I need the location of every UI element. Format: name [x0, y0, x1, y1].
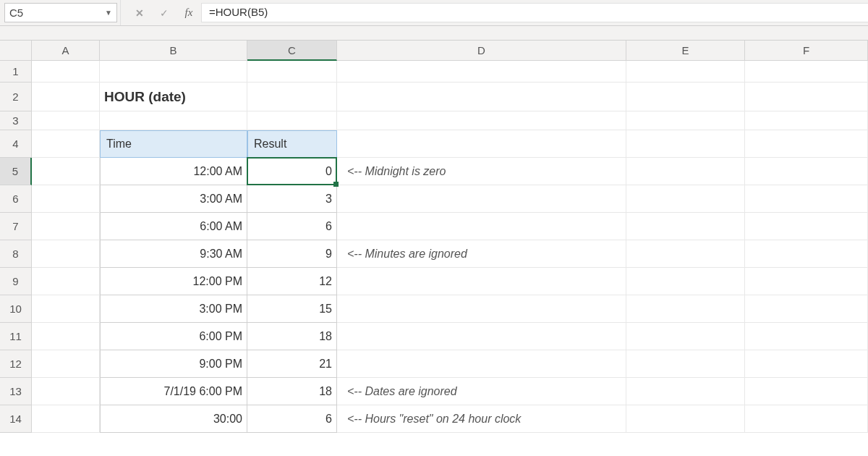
cell-E6[interactable] — [626, 185, 745, 213]
row-header-7[interactable]: 7 — [0, 213, 32, 240]
cell-time[interactable]: 3:00 PM — [100, 295, 247, 323]
cell-C1[interactable] — [247, 61, 337, 83]
cell-A4[interactable] — [32, 130, 100, 158]
cell-result[interactable]: 0 — [247, 158, 337, 185]
cell-time[interactable]: 9:30 AM — [100, 240, 247, 268]
cell-note[interactable]: <-- Midnight is zero — [337, 158, 626, 185]
cell-F14[interactable] — [745, 405, 868, 433]
cell-E14[interactable] — [626, 405, 745, 433]
dropdown-icon[interactable]: ▼ — [105, 9, 112, 17]
cell-result[interactable]: 6 — [247, 213, 337, 240]
cell-E1[interactable] — [626, 61, 745, 83]
cell-A8[interactable] — [32, 240, 100, 268]
cell-time[interactable]: 30:00 — [100, 405, 247, 433]
cell-note[interactable] — [337, 350, 626, 378]
cell-E10[interactable] — [626, 295, 745, 323]
cell-result[interactable]: 9 — [247, 240, 337, 268]
row-header-14[interactable]: 14 — [0, 405, 32, 433]
row-header-12[interactable]: 12 — [0, 350, 32, 378]
worksheet[interactable]: ABCDEF12HOUR (date)34TimeResult512:00 AM… — [0, 41, 868, 433]
cell-note[interactable] — [337, 323, 626, 350]
cell-F11[interactable] — [745, 323, 868, 350]
cell-time[interactable]: 12:00 PM — [100, 268, 247, 295]
col-header-E[interactable]: E — [626, 41, 745, 61]
row-header-8[interactable]: 8 — [0, 240, 32, 268]
row-header-2[interactable]: 2 — [0, 83, 32, 111]
header-result[interactable]: Result — [247, 130, 337, 158]
row-header-10[interactable]: 10 — [0, 295, 32, 323]
col-header-B[interactable]: B — [100, 41, 247, 61]
formula-input[interactable]: =HOUR(B5) — [201, 3, 868, 22]
cell-F1[interactable] — [745, 61, 868, 83]
cell-note[interactable]: <-- Hours "reset" on 24 hour clock — [337, 405, 626, 433]
cell-C3[interactable] — [247, 111, 337, 130]
row-header-6[interactable]: 6 — [0, 185, 32, 213]
cell-F10[interactable] — [745, 295, 868, 323]
cell-time[interactable]: 9:00 PM — [100, 350, 247, 378]
page-title[interactable]: HOUR (date) — [100, 83, 247, 111]
cell-E5[interactable] — [626, 158, 745, 185]
cell-F4[interactable] — [745, 130, 868, 158]
name-box[interactable]: C5 ▼ — [4, 3, 117, 22]
cell-F13[interactable] — [745, 378, 868, 405]
cell-D4[interactable] — [337, 130, 626, 158]
cell-F8[interactable] — [745, 240, 868, 268]
cell-A1[interactable] — [32, 61, 100, 83]
cell-time[interactable]: 6:00 PM — [100, 323, 247, 350]
cell-E13[interactable] — [626, 378, 745, 405]
cell-A13[interactable] — [32, 378, 100, 405]
cell-result[interactable]: 12 — [247, 268, 337, 295]
cell-A5[interactable] — [32, 158, 100, 185]
cell-F6[interactable] — [745, 185, 868, 213]
cell-A9[interactable] — [32, 268, 100, 295]
cell-A10[interactable] — [32, 295, 100, 323]
cell-A2[interactable] — [32, 83, 100, 111]
cell-result[interactable]: 18 — [247, 323, 337, 350]
col-header-A[interactable]: A — [32, 41, 100, 61]
cell-result[interactable]: 3 — [247, 185, 337, 213]
cell-time[interactable]: 7/1/19 6:00 PM — [100, 378, 247, 405]
cell-E8[interactable] — [626, 240, 745, 268]
row-header-1[interactable]: 1 — [0, 61, 32, 83]
cell-A12[interactable] — [32, 350, 100, 378]
cell-D1[interactable] — [337, 61, 626, 83]
cell-A6[interactable] — [32, 185, 100, 213]
header-time[interactable]: Time — [100, 130, 247, 158]
cell-E4[interactable] — [626, 130, 745, 158]
cell-time[interactable]: 3:00 AM — [100, 185, 247, 213]
cell-D3[interactable] — [337, 111, 626, 130]
cell-E2[interactable] — [626, 83, 745, 111]
cell-result[interactable]: 21 — [247, 350, 337, 378]
cell-F9[interactable] — [745, 268, 868, 295]
cell-result[interactable]: 18 — [247, 378, 337, 405]
cell-E7[interactable] — [626, 213, 745, 240]
select-all-corner[interactable] — [0, 41, 32, 61]
col-header-F[interactable]: F — [745, 41, 868, 61]
enter-button[interactable]: ✓ — [152, 0, 176, 25]
col-header-D[interactable]: D — [337, 41, 626, 61]
row-header-11[interactable]: 11 — [0, 323, 32, 350]
cancel-button[interactable]: ✕ — [127, 0, 152, 25]
cell-E3[interactable] — [626, 111, 745, 130]
cell-D2[interactable] — [337, 83, 626, 111]
cell-A14[interactable] — [32, 405, 100, 433]
cell-note[interactable] — [337, 213, 626, 240]
cell-F7[interactable] — [745, 213, 868, 240]
row-header-5[interactable]: 5 — [0, 158, 32, 185]
cell-result[interactable]: 15 — [247, 295, 337, 323]
cell-A11[interactable] — [32, 323, 100, 350]
row-header-3[interactable]: 3 — [0, 111, 32, 130]
cell-time[interactable]: 12:00 AM — [100, 158, 247, 185]
cell-F2[interactable] — [745, 83, 868, 111]
cell-B3[interactable] — [100, 111, 247, 130]
row-header-9[interactable]: 9 — [0, 268, 32, 295]
cell-note[interactable]: <-- Dates are ignored — [337, 378, 626, 405]
cell-note[interactable]: <-- Minutes are ignored — [337, 240, 626, 268]
cell-E11[interactable] — [626, 323, 745, 350]
cell-A7[interactable] — [32, 213, 100, 240]
row-header-4[interactable]: 4 — [0, 130, 32, 158]
cell-F5[interactable] — [745, 158, 868, 185]
cell-note[interactable] — [337, 268, 626, 295]
cell-B1[interactable] — [100, 61, 247, 83]
cell-time[interactable]: 6:00 AM — [100, 213, 247, 240]
